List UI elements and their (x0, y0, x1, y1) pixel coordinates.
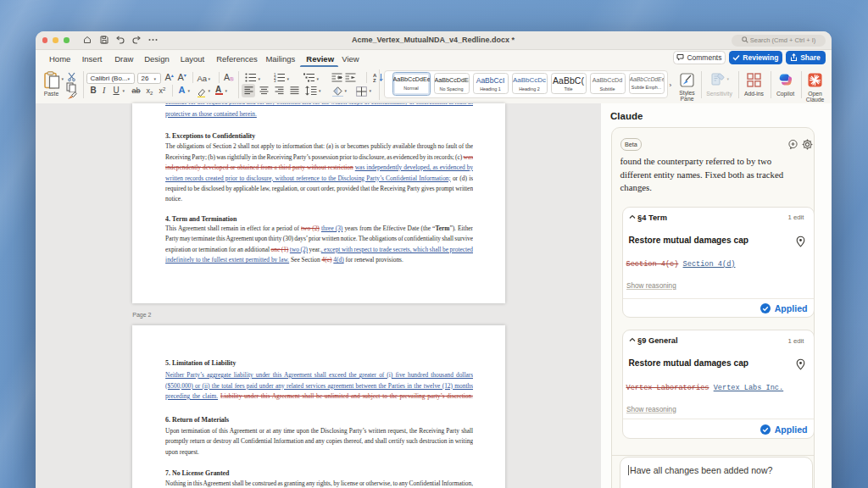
svg-text:3: 3 (274, 79, 276, 82)
svg-text:Z: Z (373, 78, 376, 82)
svg-text:A: A (373, 73, 377, 78)
